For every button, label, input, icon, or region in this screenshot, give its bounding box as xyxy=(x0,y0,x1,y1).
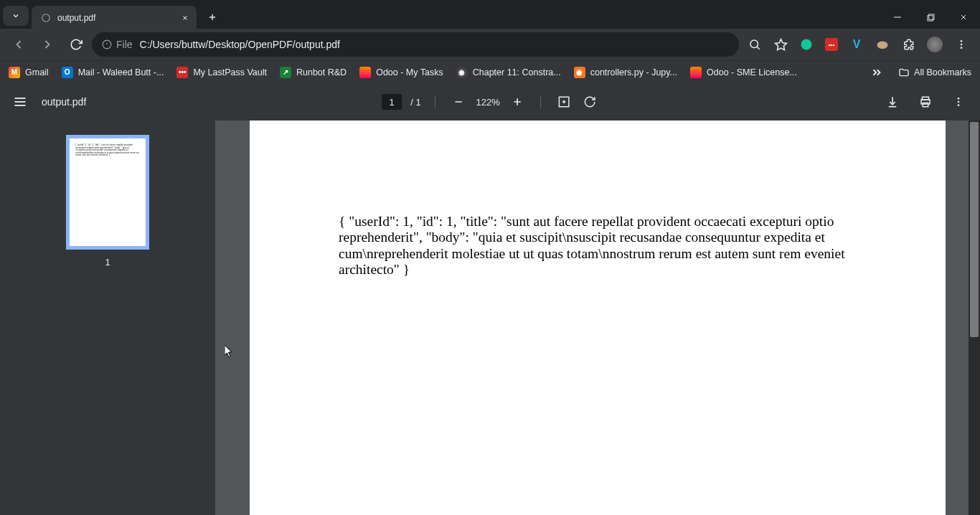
bookmark-label: Gmail xyxy=(25,67,49,77)
zoom-out-button[interactable] xyxy=(451,93,468,110)
bookmark-label: Runbot R&D xyxy=(296,67,347,77)
pdf-more-menu-icon[interactable] xyxy=(950,93,967,110)
bookmark-jupyter[interactable]: ◉ controllers.py - Jupy... xyxy=(574,67,677,78)
rotate-button[interactable] xyxy=(581,93,598,110)
runbot-icon: ↗ xyxy=(280,67,291,78)
close-window-button[interactable] xyxy=(947,6,980,29)
bookmark-label: Odoo - SME License... xyxy=(707,67,797,77)
bookmark-odoo-sme[interactable]: Odoo - SME License... xyxy=(690,67,797,78)
svg-point-36 xyxy=(958,104,960,106)
toolbar-divider xyxy=(435,95,436,108)
scrollbar-track[interactable] xyxy=(969,121,980,515)
page-thumbnail[interactable]: { "userId": 1, "id": 1, "title": "sunt a… xyxy=(66,135,149,250)
zoom-level: 122% xyxy=(476,97,500,108)
back-button[interactable] xyxy=(6,32,32,57)
svg-point-17 xyxy=(877,42,888,49)
odoo-icon xyxy=(690,67,702,78)
zoom-in-button[interactable] xyxy=(509,93,526,110)
svg-point-13 xyxy=(750,40,758,48)
svg-point-20 xyxy=(961,47,963,49)
svg-line-14 xyxy=(757,47,760,49)
toolbar-divider xyxy=(540,95,541,108)
zoom-indicator-icon[interactable] xyxy=(748,37,762,52)
svg-point-0 xyxy=(42,14,50,22)
svg-marker-15 xyxy=(775,39,786,49)
bookmark-label: My LastPass Vault xyxy=(193,67,267,77)
page-number-input[interactable] xyxy=(382,94,402,110)
bookmark-label: controllers.py - Jupy... xyxy=(590,67,677,77)
svg-point-34 xyxy=(958,98,960,100)
pdf-toolbar: output.pdf / 1 122% xyxy=(0,83,980,121)
pdf-favicon xyxy=(40,12,52,24)
gmail-icon: M xyxy=(9,67,20,78)
thumbnail-sidebar: { "userId": 1, "id": 1, "title": "sunt a… xyxy=(0,121,215,515)
bookmark-label: Mail - Waleed Butt -... xyxy=(78,67,164,77)
reload-button[interactable] xyxy=(63,32,89,57)
svg-point-18 xyxy=(961,40,963,42)
bookmark-label: Chapter 11: Constra... xyxy=(473,67,561,77)
pdf-page: { "userId": 1, "id": 1, "title": "sunt a… xyxy=(250,121,946,515)
tab-search-dropdown[interactable] xyxy=(3,6,29,26)
outlook-icon: O xyxy=(62,67,73,78)
bookmark-chapter[interactable]: ◉ Chapter 11: Constra... xyxy=(456,67,561,78)
bookmark-star-icon[interactable] xyxy=(773,37,788,52)
thumbnail-preview-text: { "userId": 1, "id": 1, "title": "sunt a… xyxy=(75,144,140,157)
bookmark-odoo-tasks[interactable]: Odoo - My Tasks xyxy=(359,67,443,78)
svg-rect-7 xyxy=(928,14,933,19)
bookmark-runbot[interactable]: ↗ Runbot R&D xyxy=(280,67,347,78)
svg-rect-6 xyxy=(927,15,932,20)
tab-title: output.pdf xyxy=(57,13,174,23)
globe-icon: ◉ xyxy=(456,67,468,78)
all-bookmarks-button[interactable]: All Bookmarks xyxy=(898,67,971,78)
thumbnail-page-number: 1 xyxy=(105,257,110,268)
minimize-button[interactable] xyxy=(881,6,914,29)
pdf-body: { "userId": 1, "id": 1, "title": "sunt a… xyxy=(0,121,980,515)
bookmark-lastpass[interactable]: ••• My LastPass Vault xyxy=(176,67,267,78)
address-bar[interactable]: File C:/Users/buttw/Desktop/OpenPDF/outp… xyxy=(92,32,739,57)
url-text: C:/Users/buttw/Desktop/OpenPDF/output.pd… xyxy=(140,39,340,50)
jupyter-icon: ◉ xyxy=(574,67,585,78)
grammarly-extension-icon[interactable] xyxy=(799,37,814,52)
vimeo-extension-icon[interactable]: V xyxy=(849,37,864,52)
address-bar-actions: ••• V xyxy=(748,37,969,52)
forward-button[interactable] xyxy=(34,32,60,57)
svg-point-16 xyxy=(801,39,812,50)
all-bookmarks-label: All Bookmarks xyxy=(914,67,971,77)
window-controls xyxy=(881,3,980,32)
svg-point-35 xyxy=(958,101,960,103)
bookmark-label: Odoo - My Tasks xyxy=(376,67,443,77)
scrollbar-thumb[interactable] xyxy=(970,122,979,337)
page-viewport[interactable]: { "userId": 1, "id": 1, "title": "sunt a… xyxy=(215,121,980,515)
close-tab-button[interactable] xyxy=(179,12,191,24)
print-button[interactable] xyxy=(917,93,934,110)
profile-avatar[interactable] xyxy=(927,37,943,52)
bookmarks-overflow-icon[interactable] xyxy=(870,65,884,80)
maximize-button[interactable] xyxy=(914,6,947,29)
extension-icon[interactable] xyxy=(875,37,890,52)
sidebar-toggle-button[interactable] xyxy=(13,95,27,109)
fit-page-button[interactable] xyxy=(555,93,573,110)
bookmarks-bar: M Gmail O Mail - Waleed Butt -... ••• My… xyxy=(0,60,980,83)
lastpass-extension-icon[interactable]: ••• xyxy=(825,38,838,51)
new-tab-button[interactable] xyxy=(202,7,222,27)
pdf-filename: output.pdf xyxy=(42,96,86,108)
lastpass-icon: ••• xyxy=(176,67,188,78)
chrome-menu-icon[interactable] xyxy=(954,37,969,52)
svg-point-19 xyxy=(961,44,963,46)
extensions-puzzle-icon[interactable] xyxy=(901,37,915,52)
browser-tab[interactable]: output.pdf xyxy=(32,6,197,30)
page-total: / 1 xyxy=(410,97,420,108)
bookmark-gmail[interactable]: M Gmail xyxy=(9,67,49,78)
file-chip-label: File xyxy=(116,39,133,50)
download-button[interactable] xyxy=(884,93,901,110)
pdf-page-text: { "userId": 1, "id": 1, "title": "sunt a… xyxy=(339,214,857,278)
bookmark-outlook[interactable]: O Mail - Waleed Butt -... xyxy=(62,67,164,78)
file-protocol-chip: File xyxy=(102,39,133,50)
address-bar-row: File C:/Users/buttw/Desktop/OpenPDF/outp… xyxy=(0,29,980,60)
browser-titlebar: output.pdf xyxy=(0,0,980,29)
odoo-icon xyxy=(359,67,371,78)
